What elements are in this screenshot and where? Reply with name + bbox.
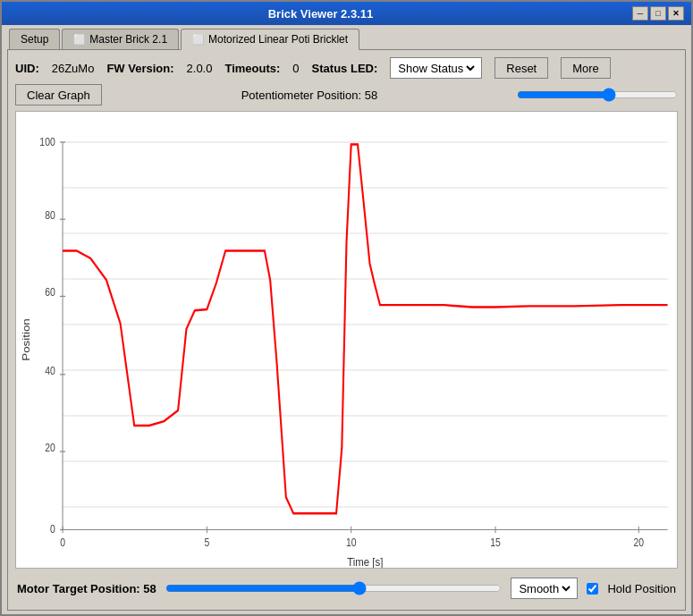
position-slider[interactable] bbox=[517, 88, 678, 102]
x-tick-0: 0 bbox=[60, 536, 65, 548]
reset-button[interactable]: Reset bbox=[494, 57, 548, 79]
status-led-label: Status LED: bbox=[312, 62, 378, 75]
motorized-poti-icon: ⬜ bbox=[192, 34, 205, 46]
y-tick-80: 80 bbox=[45, 209, 55, 221]
motor-slider[interactable] bbox=[165, 581, 503, 595]
y-tick-20: 20 bbox=[45, 442, 55, 453]
status-led-select-wrap[interactable]: Show Status Off On Heartbeat bbox=[390, 57, 482, 79]
smooth-select[interactable]: Smooth Linear bbox=[515, 581, 573, 596]
position-display: Potentiometer Position: 58 bbox=[113, 89, 506, 102]
smooth-select-wrap[interactable]: Smooth Linear bbox=[511, 578, 578, 599]
graph-area: 0 20 40 60 80 100 bbox=[15, 111, 678, 569]
y-tick-40: 40 bbox=[45, 365, 55, 376]
main-window: Brick Viewer 2.3.11 ─ □ ✕ Setup ⬜ Master… bbox=[0, 0, 693, 616]
controls-row: Clear Graph Potentiometer Position: 58 bbox=[15, 84, 678, 105]
uid-label: UID: bbox=[15, 62, 39, 75]
titlebar-controls: ─ □ ✕ bbox=[632, 6, 684, 21]
more-button[interactable]: More bbox=[561, 57, 611, 79]
x-tick-20: 20 bbox=[634, 536, 645, 548]
window-title: Brick Viewer 2.3.11 bbox=[9, 7, 632, 21]
minimize-button[interactable]: ─ bbox=[632, 6, 648, 21]
tab-setup[interactable]: Setup bbox=[9, 29, 60, 49]
uid-value: 26ZuMo bbox=[52, 62, 95, 75]
x-tick-10: 10 bbox=[346, 536, 357, 548]
hold-position-checkbox[interactable] bbox=[587, 583, 598, 595]
chart-svg: 0 20 40 60 80 100 bbox=[16, 112, 677, 568]
tab-motorized-poti[interactable]: ⬜ Motorized Linear Poti Bricklet bbox=[181, 29, 359, 50]
motor-label: Motor Target Position: 58 bbox=[17, 582, 156, 595]
x-tick-15: 15 bbox=[490, 536, 501, 548]
x-tick-5: 5 bbox=[204, 536, 209, 548]
y-tick-0: 0 bbox=[50, 523, 55, 535]
main-content: UID: 26ZuMo FW Version: 2.0.0 Timeouts: … bbox=[7, 49, 686, 611]
clear-graph-button[interactable]: Clear Graph bbox=[15, 84, 102, 105]
tab-master-brick-label: Master Brick 2.1 bbox=[89, 33, 167, 46]
tab-master-brick[interactable]: ⬜ Master Brick 2.1 bbox=[62, 29, 179, 49]
x-axis-label: Time [s] bbox=[347, 555, 383, 568]
timeouts-value: 0 bbox=[292, 62, 299, 75]
master-brick-icon: ⬜ bbox=[73, 34, 86, 46]
fw-label: FW Version: bbox=[106, 62, 173, 75]
close-button[interactable]: ✕ bbox=[668, 6, 684, 21]
tab-setup-label: Setup bbox=[21, 33, 48, 46]
position-slider-wrap[interactable] bbox=[517, 88, 678, 102]
y-tick-100: 100 bbox=[39, 136, 55, 148]
y-tick-60: 60 bbox=[45, 287, 55, 299]
hold-position-label: Hold Position bbox=[607, 582, 676, 595]
y-axis-label: Position bbox=[20, 318, 31, 361]
chart-line bbox=[63, 144, 668, 513]
status-led-select[interactable]: Show Status Off On Heartbeat bbox=[394, 61, 477, 76]
tab-motorized-poti-label: Motorized Linear Poti Bricklet bbox=[208, 33, 348, 46]
timeouts-label: Timeouts: bbox=[224, 62, 280, 75]
bottom-row: Motor Target Position: 58 Smooth Linear … bbox=[15, 574, 678, 603]
tabs-row: Setup ⬜ Master Brick 2.1 ⬜ Motorized Lin… bbox=[2, 25, 691, 49]
fw-value: 2.0.0 bbox=[187, 62, 213, 75]
info-row: UID: 26ZuMo FW Version: 2.0.0 Timeouts: … bbox=[15, 57, 678, 79]
maximize-button[interactable]: □ bbox=[650, 6, 666, 21]
titlebar: Brick Viewer 2.3.11 ─ □ ✕ bbox=[2, 2, 691, 25]
